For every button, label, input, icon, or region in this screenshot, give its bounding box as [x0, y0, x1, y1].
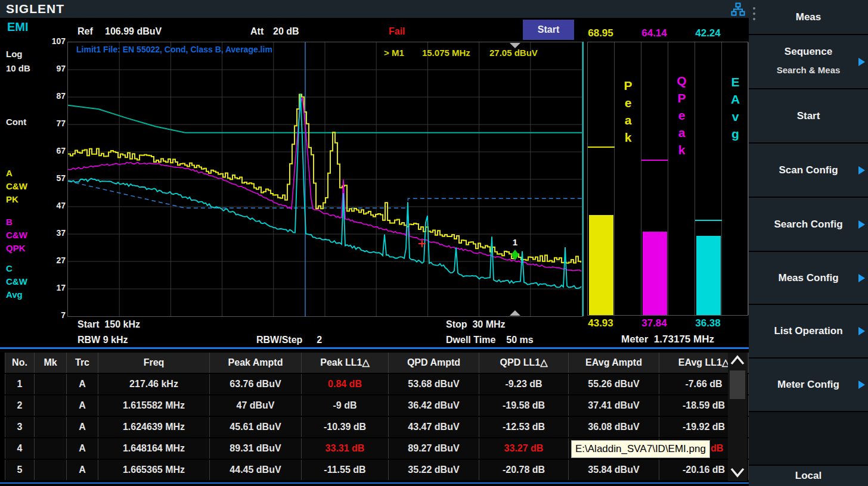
softkey-label: Meas	[749, 0, 868, 34]
spectrum-chart: 1 Limit1 File: EN 55022, Cond, Class B, …	[67, 42, 582, 317]
table-cell	[35, 417, 67, 437]
separator-line-bottom	[0, 482, 749, 484]
meter-eavg-max-value: 42.24	[695, 27, 721, 39]
table-cell: 1.624639 MHz	[98, 417, 210, 437]
trace-C-legend[interactable]: C C&W Avg	[6, 262, 27, 301]
marker-amplitude: 27.05 dBuV	[489, 48, 538, 58]
start-button[interactable]: Start	[523, 20, 574, 40]
table-header-cell: Freq	[98, 353, 210, 373]
signal-table: No.MkTrcFreqPeak AmptdPeak LL1△QPD Amptd…	[0, 353, 749, 481]
meter-eavg-bar	[696, 236, 721, 315]
scale-step-label[interactable]: 10 dB	[6, 63, 30, 73]
menu-grip-dots	[753, 7, 755, 10]
meter-peak-bar	[589, 215, 613, 315]
y-tick-27: 27	[37, 256, 66, 265]
table-cell: 3	[5, 417, 35, 437]
table-cell: 89.27 dBuV	[389, 438, 479, 459]
svg-text:1: 1	[513, 237, 517, 247]
meter-frequency-label[interactable]: Meter 1.73175 MHz	[587, 334, 748, 345]
table-scrollbar[interactable]	[728, 353, 747, 481]
meter-peak-label: P e a k	[615, 77, 641, 146]
ref-value[interactable]: 106.99 dBuV	[105, 26, 162, 37]
table-cell	[35, 438, 67, 459]
meter-eavg-maxhold	[695, 220, 722, 221]
scale-type-label[interactable]: Log	[6, 49, 23, 59]
table-header-cell: EAvg Amptd	[569, 353, 659, 373]
table-header-row: No.MkTrcFreqPeak AmptdPeak LL1△QPD Amptd…	[0, 353, 749, 373]
table-cell: 1.648164 MHz	[98, 438, 210, 459]
y-tick-87: 87	[37, 91, 66, 101]
softkey-menu: MeasSequenceSearch & MeasStartScan Confi…	[749, 0, 868, 486]
softkey-empty	[749, 412, 868, 465]
table-header-cell: QPD LL1△	[479, 353, 569, 373]
meter-peak-value: 43.93	[587, 317, 614, 329]
table-cell: 1.665365 MHz	[98, 460, 210, 480]
table-row[interactable]: 5A1.665365 MHz44.45 dBuV-11.55 dB35.22 d…	[0, 460, 749, 480]
softkey-meter-config[interactable]: Meter Config	[749, 359, 868, 411]
stop-freq-label[interactable]: Stop 30 MHz	[446, 319, 506, 330]
y-tick-37: 37	[37, 228, 66, 238]
table-row[interactable]: 3A1.624639 MHz45.61 dBuV-10.39 dB43.47 d…	[0, 417, 749, 437]
scroll-up-button[interactable]	[728, 353, 747, 368]
softkey-meas[interactable]: Meas	[749, 0, 868, 34]
softkey-scan-config[interactable]: Scan Config	[749, 144, 868, 197]
att-value[interactable]: 20 dB	[273, 26, 299, 37]
table-row[interactable]: 1A217.46 kHz63.76 dBuV0.84 dB53.68 dBuV-…	[0, 374, 749, 394]
table-cell: 36.42 dBuV	[389, 395, 479, 416]
table-cell: -19.58 dB	[479, 395, 569, 416]
submenu-arrow-icon	[858, 166, 865, 175]
softkey-label: Meter Config	[749, 359, 868, 411]
table-cell: 1.615582 MHz	[98, 395, 210, 416]
table-cell: 47 dBuV	[210, 395, 302, 416]
rbw-step-label[interactable]: RBW/Step2	[256, 335, 322, 345]
softkey-label: Sequence	[749, 46, 868, 58]
chart-meter-divider	[582, 42, 584, 316]
limit-file-label: Limit1 File: EN 55022, Cond, Class B, Av…	[76, 45, 272, 54]
scrollbar-thumb[interactable]	[730, 370, 745, 399]
table-cell: 89.31 dBuV	[210, 438, 302, 459]
table-cell: 44.45 dBuV	[210, 460, 302, 480]
table-cell: 37.41 dBuV	[569, 395, 659, 416]
start-freq-label[interactable]: Start 150 kHz	[78, 319, 140, 330]
softkey-sequence[interactable]: SequenceSearch & Meas	[749, 35, 868, 88]
table-cell: 1	[5, 374, 35, 394]
y-tick-77: 77	[37, 119, 66, 128]
softkey-local[interactable]: Local	[749, 466, 868, 486]
softkey-label: List Operation	[749, 305, 868, 357]
table-cell: -11.55 dB	[302, 460, 389, 480]
softkey-start[interactable]: Start	[749, 89, 868, 142]
table-header-cell: Peak Amptd	[210, 353, 302, 373]
softkey-search-config[interactable]: Search Config	[749, 198, 868, 251]
rbw-label[interactable]: RBW 9 kHz	[78, 335, 128, 345]
softkey-meas-config[interactable]: Meas Config	[749, 252, 868, 304]
lan-network-icon	[731, 2, 745, 17]
table-cell	[35, 395, 67, 416]
meter-qpeak-bar	[643, 232, 667, 315]
softkey-label: Search Config	[749, 198, 868, 251]
table-cell: 43.47 dBuV	[389, 417, 479, 437]
submenu-arrow-icon	[858, 327, 865, 335]
table-cell	[35, 460, 67, 480]
ref-label: Ref	[78, 26, 93, 37]
table-header-cell: Peak LL1△	[302, 353, 389, 373]
y-tick-17: 17	[37, 283, 66, 292]
softkey-list-operation[interactable]: List Operation	[749, 305, 868, 357]
table-cell: 63.76 dBuV	[210, 374, 302, 394]
table-cell: A	[67, 438, 98, 459]
sweep-cont-label[interactable]: Cont	[6, 117, 26, 127]
table-cell: 4	[5, 438, 35, 459]
att-label: Att	[250, 26, 264, 37]
dwell-time-label[interactable]: Dwell Time50 ms	[446, 335, 534, 345]
table-cell: -10.39 dB	[302, 417, 389, 437]
marker-name: > M1	[384, 48, 404, 58]
meter-bars-panel: P e a kQ P e a kE A v g	[587, 42, 748, 316]
meter-peak-max-value: 68.95	[587, 27, 614, 39]
table-row[interactable]: 2A1.615582 MHz47 dBuV-9 dB36.42 dBuV-19.…	[0, 395, 749, 416]
y-tick-7: 7	[37, 310, 66, 320]
header-bar: SIGLENT	[0, 0, 749, 18]
trace-A-legend[interactable]: A C&W PK	[6, 167, 27, 206]
marker-readout: > M1 15.075 MHz 27.05 dBuV	[384, 48, 538, 58]
table-cell: 2	[5, 395, 35, 416]
scroll-down-button[interactable]	[728, 465, 747, 480]
trace-B-legend[interactable]: B C&W QPK	[6, 216, 27, 255]
